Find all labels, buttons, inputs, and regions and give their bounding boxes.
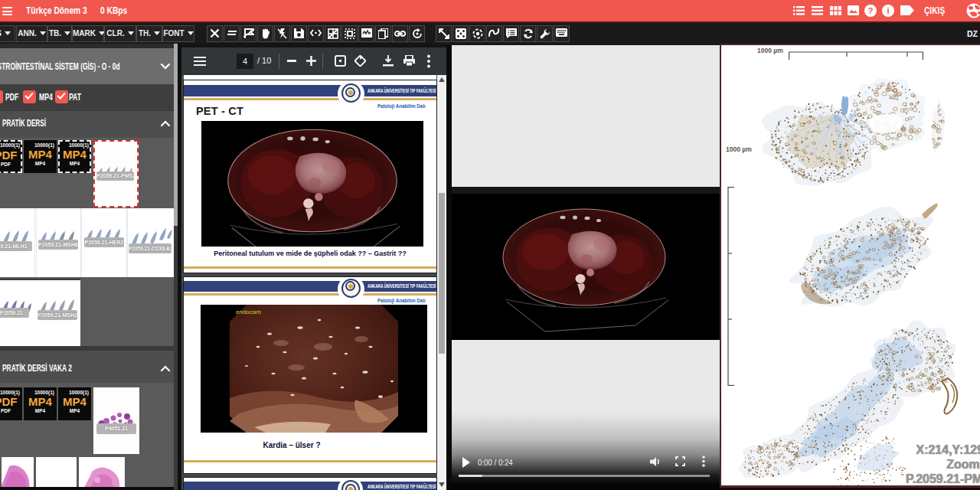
svg-text:endocam: endocam bbox=[236, 309, 261, 315]
svg-text:?: ? bbox=[868, 6, 874, 15]
svg-text:i: i bbox=[887, 6, 889, 15]
